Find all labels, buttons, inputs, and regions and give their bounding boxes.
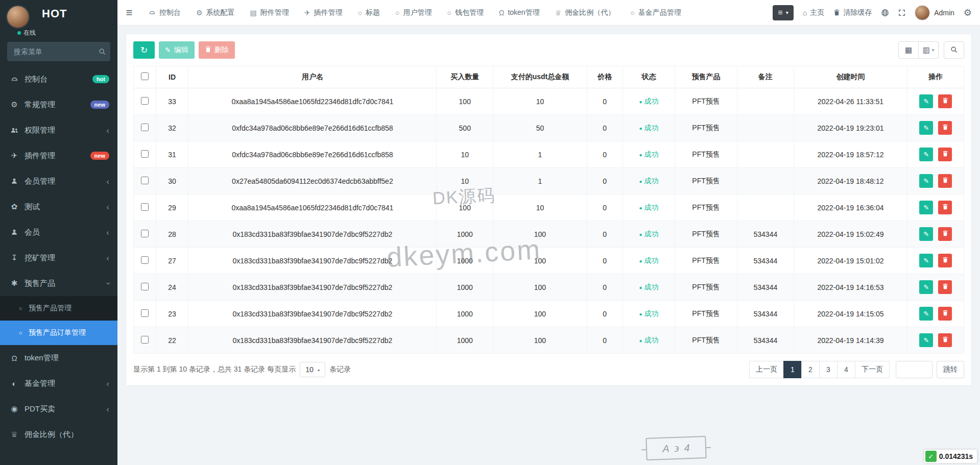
tab-token[interactable]: Ω token管理 (491, 0, 547, 26)
row-delete-button[interactable] (938, 254, 952, 267)
sidebar-subitem-presale-product[interactable]: ○ 预售产品管理 (0, 296, 117, 321)
page-button-4[interactable]: 4 (837, 361, 855, 378)
row-edit-button[interactable]: ✎ (919, 94, 933, 108)
table-row[interactable]: 27 0x183cd331ba83f39bfae341907de7dbc9f52… (134, 248, 964, 274)
edit-button[interactable]: ✎ 编辑 (159, 41, 195, 59)
cell-created-at: 2022-04-19 15:01:02 (794, 248, 907, 274)
row-checkbox[interactable] (141, 336, 149, 344)
table-row[interactable]: 22 0x183cd331ba83f39bfae341907de7dbc9f52… (134, 327, 964, 354)
user-menu[interactable]: Admin (915, 5, 954, 20)
table-row[interactable]: 29 0xaa8a1945a4586ae1065fd22346d81dfc7d0… (134, 194, 964, 221)
refresh-button[interactable]: ↻ (133, 41, 155, 59)
select-all-checkbox[interactable] (141, 72, 149, 80)
sidebar-item-console[interactable]: 控制台 hot (0, 66, 117, 92)
table-row[interactable]: 31 0xfdc34a978ad06c8bb6e89e7e266d16d61cc… (134, 141, 964, 168)
table-row[interactable]: 23 0x183cd331ba83f39bfae341907de7dbc9f52… (134, 301, 964, 327)
page-button-1[interactable]: 1 (783, 361, 802, 378)
row-edit-button[interactable]: ✎ (919, 307, 933, 321)
row-edit-button[interactable]: ✎ (919, 254, 933, 267)
tabs-menu-button[interactable]: ≡ ▾ (773, 5, 793, 20)
menu-search-input[interactable] (7, 42, 110, 61)
row-checkbox[interactable] (141, 203, 149, 211)
home-link[interactable]: ⌂ 主页 (803, 8, 824, 17)
row-checkbox[interactable] (141, 150, 149, 158)
row-checkbox[interactable] (141, 256, 149, 264)
user-avatar[interactable] (6, 5, 30, 29)
tab-console[interactable]: 控制台 (141, 0, 188, 26)
table-row[interactable]: 28 0x183cd331ba83f39bfae341907de7dbc9f52… (134, 221, 964, 248)
sidebar-item-member-admin[interactable]: 会员管理 ‹ (0, 168, 117, 194)
fullscreen-icon[interactable] (898, 9, 905, 16)
table-row[interactable]: 32 0xfdc34a978ad06c8bb6e89e7e266d16d61cc… (134, 115, 964, 141)
delete-button[interactable]: 删除 (199, 41, 235, 59)
next-page-button[interactable]: 下一页 (855, 361, 890, 378)
tab-title[interactable]: ○ 标题 (350, 0, 388, 26)
row-edit-button[interactable]: ✎ (919, 201, 933, 214)
row-delete-button[interactable] (938, 333, 952, 347)
search-icon[interactable] (99, 48, 106, 55)
sidebar-item-member[interactable]: 会员 ‹ (0, 219, 117, 245)
jump-button[interactable]: 跳转 (937, 361, 964, 378)
row-edit-button[interactable]: ✎ (919, 227, 933, 241)
tab-sysconfig[interactable]: ⚙ 系统配置 (188, 0, 243, 26)
row-edit-button[interactable]: ✎ (919, 121, 933, 135)
tab-user-admin[interactable]: ○ 用户管理 (388, 0, 439, 26)
row-delete-button[interactable] (938, 307, 952, 321)
page-button-2[interactable]: 2 (801, 361, 820, 378)
clear-cache-link[interactable]: 清除缓存 (833, 8, 872, 17)
toggle-view-button[interactable]: ▦ (898, 41, 919, 59)
row-delete-button[interactable] (938, 148, 952, 161)
pencil-icon: ✎ (923, 97, 929, 105)
table-row[interactable]: 30 0x27ea54805da6094112ec0d6374edcb63abb… (134, 168, 964, 194)
sidebar-item-presale[interactable]: ✱ 预售产品 ‹ (0, 271, 117, 296)
tab-wallet[interactable]: ○ 钱包管理 (439, 0, 491, 26)
sidebar-item-auth[interactable]: 权限管理 ‹ (0, 117, 117, 143)
row-edit-button[interactable]: ✎ (919, 280, 933, 294)
page-button-3[interactable]: 3 (819, 361, 838, 378)
row-edit-button[interactable]: ✎ (919, 174, 933, 188)
settings-gear-icon[interactable]: ⚙ (964, 7, 972, 18)
language-icon[interactable] (881, 9, 889, 17)
tab-fund-product[interactable]: ○ 基金产品管理 (623, 0, 688, 26)
row-checkbox[interactable] (141, 124, 149, 131)
row-delete-button[interactable] (938, 201, 952, 214)
row-delete-button[interactable] (938, 121, 952, 135)
table-row[interactable]: 33 0xaa8a1945a4586ae1065fd22346d81dfc7d0… (134, 88, 964, 115)
row-delete-button[interactable] (938, 94, 952, 108)
cell-username: 0x183cd331ba83f39bfae341907de7dbc9f5227d… (188, 274, 437, 301)
row-edit-button[interactable]: ✎ (919, 333, 933, 347)
sidebar-item-test[interactable]: ✿ 测试 ‹ (0, 194, 117, 219)
sidebar-item-general[interactable]: ⚙ 常规管理 new (0, 92, 117, 117)
col-usdt-total: 支付的usdt总金额 (493, 66, 587, 88)
row-checkbox[interactable] (141, 230, 149, 237)
table-row[interactable]: 24 0x183cd331ba83f39bfae341907de7dbc9f52… (134, 274, 964, 301)
sidebar-item-fund[interactable]: ◐ 基金管理 ‹ (0, 371, 117, 396)
row-checkbox[interactable] (141, 97, 149, 105)
row-delete-button[interactable] (938, 174, 952, 188)
cell-username: 0x183cd331ba83f39bfae341907de7dbc9f5227d… (188, 301, 437, 327)
prev-page-button[interactable]: 上一页 (749, 361, 784, 378)
sidebar-toggle-icon[interactable]: ≡ (117, 0, 141, 26)
refresh-icon: ↻ (140, 45, 148, 56)
tab-commission[interactable]: ♕ 佣金比例（代） (547, 0, 623, 26)
page-size-select[interactable]: 10 ▴ (300, 362, 325, 377)
table-search-button[interactable] (944, 41, 964, 59)
sidebar-item-addon[interactable]: ✈ 插件管理 new (0, 143, 117, 168)
tab-attachment[interactable]: ▤ 附件管理 (243, 0, 297, 26)
row-delete-button[interactable] (938, 280, 952, 294)
row-checkbox[interactable] (141, 177, 149, 184)
sidebar-item-token[interactable]: Ω token管理 (0, 345, 117, 371)
columns-button[interactable]: ▥ ▾ (918, 41, 939, 59)
cell-created-at: 2022-04-19 14:15:05 (794, 301, 907, 327)
sidebar-item-commission[interactable]: ♕ 佣金比例（代） (0, 422, 117, 447)
sidebar-item-pdt[interactable]: ◉ PDT买卖 ‹ (0, 396, 117, 422)
cell-remark: 534344 (737, 274, 794, 301)
row-edit-button[interactable]: ✎ (919, 148, 933, 161)
row-checkbox[interactable] (141, 309, 149, 317)
sidebar-subitem-presale-order[interactable]: ○ 预售产品订单管理 (0, 321, 117, 345)
tab-addon[interactable]: ✈ 插件管理 (297, 0, 350, 26)
row-delete-button[interactable] (938, 227, 952, 241)
row-checkbox[interactable] (141, 283, 149, 290)
sidebar-item-mining[interactable]: ↧ 挖矿管理 ‹ (0, 245, 117, 271)
jump-page-input[interactable] (896, 361, 933, 378)
